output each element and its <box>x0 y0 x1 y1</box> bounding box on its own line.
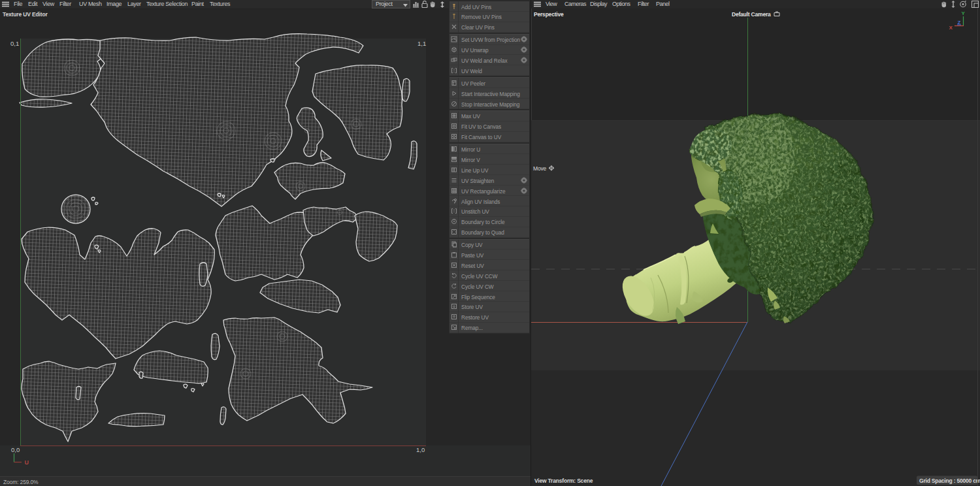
svg-text:0,0: 0,0 <box>11 446 20 453</box>
svg-text:Z: Z <box>958 20 961 25</box>
svg-text:1,0: 1,0 <box>416 446 425 453</box>
svg-text:Grid Spacing : 50000 cm: Grid Spacing : 50000 cm <box>919 478 980 484</box>
svg-text:U: U <box>25 459 29 466</box>
svg-text:Move: Move <box>533 165 546 172</box>
svg-text:0,1: 0,1 <box>10 40 19 47</box>
svg-text:X: X <box>949 25 953 31</box>
svg-text:1,1: 1,1 <box>417 40 426 47</box>
svg-text:View Transform: Scene: View Transform: Scene <box>534 478 593 484</box>
svg-text:Y: Y <box>962 10 966 16</box>
svg-text:Default Camera: Default Camera <box>732 11 771 18</box>
svg-text:Perspective: Perspective <box>534 11 564 18</box>
